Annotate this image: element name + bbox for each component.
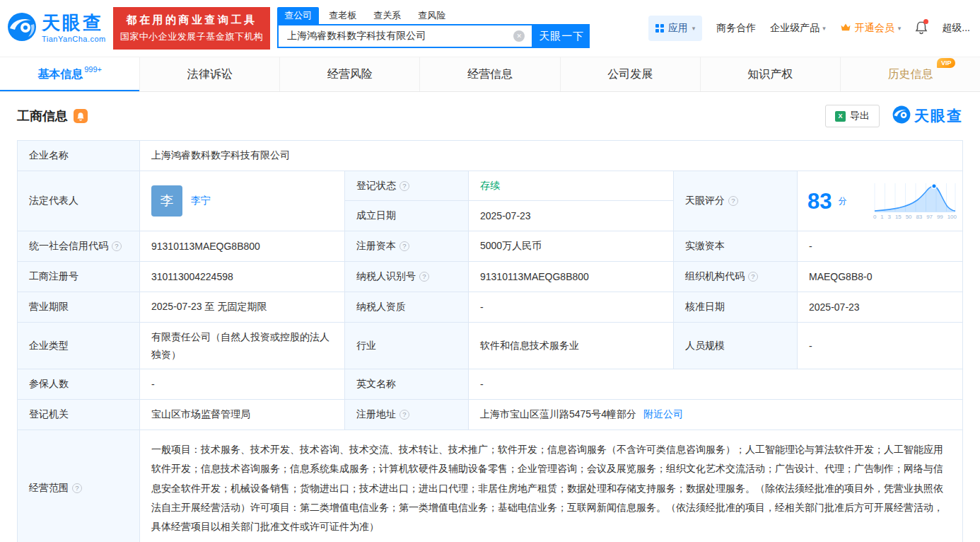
menu-super[interactable]: 超级... <box>942 22 970 35</box>
tab-basic-info-badge: 999+ <box>84 65 102 74</box>
page-title: 工商信息 <box>17 108 68 125</box>
reg-authority-label: 登记机关 <box>18 400 140 430</box>
reg-address-cell: 上海市宝山区蕰川路5475号4幢部分 附近公司 <box>469 400 963 430</box>
establish-date-value: 2025-07-23 <box>469 201 674 231</box>
notification-dot <box>923 19 928 24</box>
reg-authority-value: 宝山区市场监督管理局 <box>140 400 345 430</box>
search-tab-boss[interactable]: 查老板 <box>322 7 363 24</box>
company-type-label: 企业类型 <box>18 323 140 369</box>
brand-domain: TianYanCha.com <box>42 35 106 43</box>
company-type-value: 有限责任公司（自然人投资或控股的法人独资） <box>140 323 345 369</box>
taxpayer-id-value: 91310113MAEQG8B800 <box>469 262 674 292</box>
search-tab-risk[interactable]: 查风险 <box>411 7 453 24</box>
reg-address-value: 上海市宝山区蕰川路5475号4幢部分 <box>480 408 636 421</box>
english-name-label: 英文名称 <box>345 369 469 400</box>
legal-rep-link[interactable]: 李宁 <box>191 195 211 207</box>
reg-address-label: 注册地址 ? <box>345 400 469 430</box>
menu-enterprise-products[interactable]: 企业级产品 ▾ <box>770 22 826 35</box>
approval-date-value: 2025-07-23 <box>798 292 963 323</box>
excel-icon: X <box>835 111 846 122</box>
industry-value: 软件和信息技术服务业 <box>469 323 674 369</box>
paid-capital-label: 实缴资本 <box>674 231 798 262</box>
company-name-value: 上海鸿睿数科数字科技有限公司 <box>140 141 963 171</box>
reg-status-label: 登记状态 ? <box>345 171 469 201</box>
search-input[interactable] <box>279 30 513 42</box>
tab-operating-risk[interactable]: 经营风险 <box>280 57 420 91</box>
help-icon[interactable]: ? <box>419 272 429 282</box>
tab-operating-info[interactable]: 经营信息 <box>420 57 560 91</box>
search-tab-company[interactable]: 查公司 <box>277 7 319 24</box>
help-icon[interactable]: ? <box>112 241 122 251</box>
reg-capital-value: 5000万人民币 <box>469 231 674 262</box>
promo-line2: 国家中小企业发展子基金旗下机构 <box>120 30 264 43</box>
apps-label: 应用 <box>668 22 688 35</box>
paid-capital-value: - <box>798 231 963 262</box>
help-icon[interactable]: ? <box>748 272 758 282</box>
approval-date-label: 核准日期 <box>674 292 798 323</box>
vip-badge: VIP <box>937 58 956 68</box>
tab-intellectual-property[interactable]: 知识产权 <box>701 57 841 91</box>
nearby-companies-link[interactable]: 附近公司 <box>643 408 683 421</box>
export-button[interactable]: X 导出 <box>825 105 880 127</box>
main-content: 工商信息 X 导出 <box>0 92 980 542</box>
search-box: ✕ <box>277 24 533 48</box>
score-chart: 01 315 5083 9799 100 <box>873 182 957 220</box>
chevron-down-icon: ▾ <box>898 25 902 32</box>
score-cell: 83 分 01 315 <box>798 171 963 231</box>
reg-no-label: 工商注册号 <box>18 262 140 292</box>
menu-cooperation[interactable]: 商务合作 <box>716 22 756 35</box>
reg-no-value: 310113004224598 <box>140 262 345 292</box>
open-vip-button[interactable]: 开通会员 ▾ <box>840 22 902 35</box>
english-name-value: - <box>469 369 963 400</box>
tab-basic-info-label: 基本信息 <box>37 67 83 82</box>
search-tabs: 查公司 查老板 查关系 查风险 <box>277 8 590 24</box>
clear-icon[interactable]: ✕ <box>513 30 525 42</box>
legal-rep-cell: 李 李宁 <box>140 171 345 231</box>
watermark-brand-name: 天眼查 <box>914 106 963 126</box>
tab-legal-litigation[interactable]: 法律诉讼 <box>140 57 280 91</box>
chevron-down-icon: ▾ <box>692 25 696 32</box>
tianyancha-logo-icon <box>892 105 911 127</box>
credit-code-label: 统一社会信用代码 ? <box>18 231 140 262</box>
tab-history-info[interactable]: 历史信息 VIP <box>841 57 980 91</box>
staff-size-value: - <box>798 323 963 369</box>
brand-name: 天眼查 <box>42 13 106 32</box>
business-scope-value: 一般项目：技术服务、技术开发、技术咨询、技术交流、技术转让、技术推广；软件开发；… <box>140 430 963 542</box>
monitor-bell-icon[interactable] <box>74 109 88 123</box>
help-icon[interactable]: ? <box>399 241 409 251</box>
section-header: 工商信息 X 导出 <box>17 92 963 140</box>
score-axis: 01 315 5083 9799 100 <box>873 214 957 220</box>
taxpayer-id-label: 纳税人识别号 ? <box>345 262 469 292</box>
tianyancha-logo[interactable]: 天眼查 TianYanCha.com <box>7 12 106 45</box>
legal-rep-avatar[interactable]: 李 <box>151 185 182 217</box>
industry-label: 行业 <box>345 323 469 369</box>
staff-size-label: 人员规模 <box>674 323 798 369</box>
help-icon[interactable]: ? <box>399 410 409 420</box>
export-label: 导出 <box>850 110 870 122</box>
credit-code-value: 91310113MAEQG8B800 <box>140 231 345 262</box>
business-term-value: 2025-07-23 至 无固定期限 <box>140 292 345 323</box>
org-code-value: MAEQG8B8-0 <box>798 262 963 292</box>
search-tab-relation[interactable]: 查关系 <box>366 7 408 24</box>
establish-date-label: 成立日期 <box>345 201 469 231</box>
insured-count-label: 参保人数 <box>18 369 140 400</box>
business-scope-label: 经营范围 ? <box>18 430 140 542</box>
enterprise-label: 企业级产品 <box>770 22 819 35</box>
help-icon[interactable]: ? <box>72 483 82 493</box>
legal-rep-label: 法定代表人 <box>18 171 140 231</box>
score-label: 天眼评分 ? <box>674 171 798 231</box>
apps-button[interactable]: 应用 ▾ <box>648 16 703 41</box>
tianyancha-logo-icon <box>7 12 37 45</box>
crown-icon <box>840 23 851 34</box>
insured-count-value: - <box>140 369 345 400</box>
search-button[interactable]: 天眼一下 <box>533 24 590 48</box>
tab-basic-info[interactable]: 基本信息 999+ <box>0 57 140 91</box>
reg-capital-label: 注册资本 ? <box>345 231 469 262</box>
promo-line1: 都在用的商业查询工具 <box>120 13 264 27</box>
notification-bell-button[interactable] <box>915 21 928 37</box>
tab-company-development[interactable]: 公司发展 <box>561 57 701 91</box>
help-icon[interactable]: ? <box>728 196 738 206</box>
taxpayer-quality-value: - <box>469 292 674 323</box>
top-right-menu: 应用 ▾ 商务合作 企业级产品 ▾ 开通会员 ▾ 超级... <box>648 16 970 41</box>
help-icon[interactable]: ? <box>399 181 409 191</box>
